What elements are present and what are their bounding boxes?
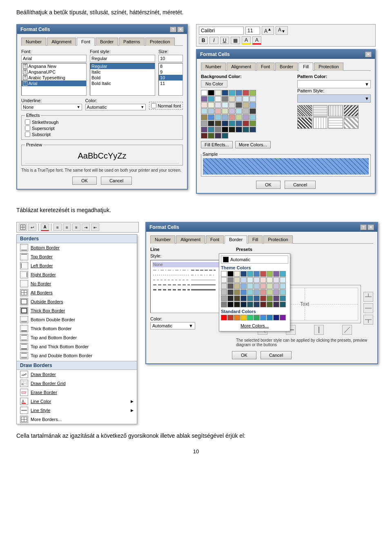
line-style-medium[interactable] <box>152 283 230 287</box>
toolbar-font-name[interactable]: Calibri <box>199 27 244 35</box>
mini-outdent-btn[interactable]: ⇤ <box>91 224 99 231</box>
mini-font-color-btn[interactable]: A <box>41 224 49 231</box>
fill-color-cell[interactable] <box>201 133 207 139</box>
theme-color-cell[interactable] <box>247 283 253 289</box>
fill-color-cell[interactable] <box>208 96 214 102</box>
fill-color-cell[interactable] <box>201 102 207 108</box>
mini-align-center-btn[interactable]: ≡ <box>63 224 71 231</box>
size-list-item[interactable]: 8 <box>159 63 183 69</box>
fill-color-cell[interactable] <box>249 96 256 102</box>
strikethrough-label[interactable]: Strikethrough <box>25 119 179 125</box>
fill-color-cell[interactable] <box>222 127 228 132</box>
theme-color-cell[interactable] <box>221 302 227 307</box>
theme-color-cell[interactable] <box>227 277 234 283</box>
fill-color-cell[interactable] <box>236 90 242 96</box>
border-tab-fill[interactable]: Fill <box>248 235 263 244</box>
font-size-listbox[interactable]: 8 9 10 11 <box>158 63 183 96</box>
border-bottom-right-btn[interactable] <box>363 315 373 325</box>
fill-color-cell[interactable] <box>208 90 214 96</box>
bold-button[interactable]: B <box>199 37 208 44</box>
fill-color-cell[interactable] <box>229 127 235 132</box>
theme-color-cell[interactable] <box>234 271 240 277</box>
fill-cancel-button[interactable]: Cancel <box>285 181 316 189</box>
theme-color-cell[interactable] <box>241 283 247 289</box>
mini-align-left-btn[interactable]: ≡ <box>53 224 62 231</box>
theme-color-cell[interactable] <box>227 283 234 289</box>
fill-color-cell[interactable] <box>229 108 235 114</box>
menu-item-bottom-border[interactable]: Bottom Border <box>17 243 137 252</box>
border-help-button[interactable]: ? <box>360 224 367 230</box>
theme-color-cell[interactable] <box>227 271 234 277</box>
theme-color-cell[interactable] <box>260 289 266 295</box>
theme-color-cell[interactable] <box>273 277 279 283</box>
theme-color-cell[interactable] <box>247 271 253 277</box>
theme-color-cell[interactable] <box>221 289 227 295</box>
normal-font-checkbox[interactable] <box>151 103 156 108</box>
tab-protection[interactable]: Protection <box>145 38 175 46</box>
more-colors-button[interactable]: More Colors... <box>235 141 271 148</box>
fill-color-cell[interactable] <box>215 96 221 102</box>
fill-color-cell[interactable] <box>249 114 256 120</box>
italic-button[interactable]: I <box>209 37 218 44</box>
standard-color-cell[interactable] <box>260 315 266 320</box>
fill-color-cell[interactable] <box>201 127 207 132</box>
more-colors-button[interactable]: More Colors... <box>221 322 288 329</box>
border-diag-up-btn[interactable] <box>342 325 352 335</box>
menu-item-left-border[interactable]: Left Border <box>17 261 137 270</box>
font-style-input[interactable] <box>90 55 155 62</box>
menu-item-top-border[interactable]: Top Border <box>17 252 137 261</box>
fill-color-cell[interactable] <box>208 121 214 126</box>
pattern-swatch-6[interactable] <box>313 117 327 129</box>
fill-color-cell[interactable] <box>249 90 256 96</box>
standard-color-cell[interactable] <box>227 315 234 320</box>
pattern-swatch-8[interactable] <box>344 117 359 129</box>
fill-color-cell[interactable] <box>243 90 249 96</box>
theme-color-cell[interactable] <box>260 302 266 307</box>
fill-tab-border[interactable]: Border <box>275 63 298 71</box>
fill-color-cell[interactable] <box>243 102 249 108</box>
subscript-label[interactable]: Subscript <box>25 132 179 137</box>
standard-color-cell[interactable] <box>221 315 227 320</box>
theme-color-cell[interactable] <box>254 302 260 307</box>
theme-color-cell[interactable] <box>267 296 273 301</box>
fill-color-cell[interactable] <box>208 133 214 139</box>
fill-color-cell[interactable] <box>236 121 242 126</box>
fill-color-cell[interactable] <box>222 108 228 114</box>
fill-ok-button[interactable]: OK <box>256 181 281 189</box>
menu-item-right-border[interactable]: Right Border <box>17 270 137 279</box>
theme-color-cell[interactable] <box>234 302 240 307</box>
border-close-button[interactable]: ✕ <box>368 224 374 230</box>
font-list-item-selected[interactable]: 🅃 Arial <box>22 81 86 86</box>
border-cancel-button[interactable]: Cancel <box>261 351 292 359</box>
fill-color-cell[interactable] <box>249 121 256 126</box>
menu-item-line-color[interactable]: A Line Color ▶ <box>17 397 137 406</box>
fill-color-cell[interactable] <box>222 114 228 120</box>
normal-font-checkbox-label[interactable]: Normal font <box>149 102 183 110</box>
theme-color-cell[interactable] <box>280 289 286 295</box>
theme-color-cell[interactable] <box>241 271 247 277</box>
fill-color-cell[interactable] <box>201 90 207 96</box>
fill-color-cell[interactable] <box>249 127 256 132</box>
border-toolbar-button[interactable]: ▦ <box>231 37 240 44</box>
fill-color-cell[interactable] <box>236 127 242 132</box>
tab-patterns[interactable]: Patterns <box>119 38 145 46</box>
mini-indent-btn[interactable]: ⇥ <box>82 224 90 231</box>
line-style-dot-dash[interactable] <box>152 268 230 272</box>
menu-item-thick-bottom-border[interactable]: Thick Bottom Border <box>17 324 137 333</box>
fill-tab-fill[interactable]: Fill <box>298 63 313 71</box>
standard-color-cell[interactable] <box>273 315 279 320</box>
fill-color-cell[interactable] <box>201 114 207 120</box>
font-list-item[interactable]: 🅃 AngsanaUPC <box>22 69 86 75</box>
fill-color-cell[interactable] <box>222 102 228 108</box>
theme-color-cell[interactable] <box>241 277 247 283</box>
underline-select[interactable]: None ▼ <box>21 104 82 110</box>
size-list-item[interactable]: 9 <box>159 69 183 75</box>
theme-color-cell[interactable] <box>247 296 253 301</box>
theme-color-cell[interactable] <box>247 302 253 307</box>
border-ok-button[interactable]: OK <box>232 351 256 359</box>
fill-color-cell[interactable] <box>215 90 221 96</box>
border-top-right-btn[interactable] <box>363 292 373 302</box>
fill-color-cell[interactable] <box>215 114 221 120</box>
pattern-style-dropdown[interactable]: ▼ <box>297 94 371 103</box>
theme-color-cell[interactable] <box>221 283 227 289</box>
